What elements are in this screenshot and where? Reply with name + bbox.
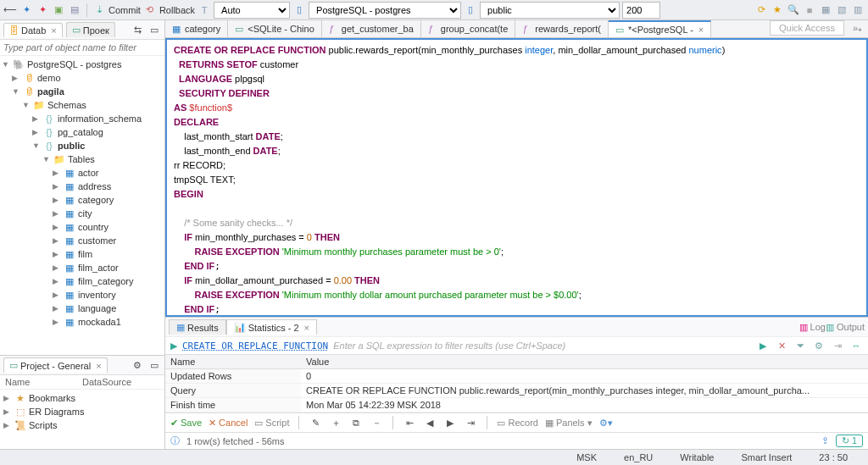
link-editor-icon[interactable]: ⇆ [131,23,144,36]
tree-table[interactable]: ▶▦mockada1 [0,315,164,329]
tree-table[interactable]: ▶▦film_category [0,274,164,288]
close-icon[interactable]: × [698,25,704,35]
clear-filter-icon[interactable]: ✕ [775,339,788,352]
tree-table[interactable]: ▶▦customer [0,234,164,247]
filter-settings-icon[interactable]: ⚙ [812,339,826,352]
tree-connection[interactable]: ▼🐘PostgreSQL - postgres [0,58,164,71]
dup-row-icon[interactable]: ⧉ [349,416,363,429]
close-icon[interactable]: × [96,361,101,371]
editor-tab[interactable]: ƒget_customer_ba [322,20,421,37]
last-page-icon[interactable]: ⇥ [464,416,477,429]
tx-mode-select[interactable]: Auto [214,2,290,19]
tree-table[interactable]: ▶▦language [0,302,164,315]
rollback-icon[interactable]: ⟲ [143,3,157,17]
log-button[interactable]: ▥Log [799,322,826,333]
more-tabs-indicator[interactable]: »₄ [846,20,868,37]
tool1-icon[interactable]: ▦ [819,3,832,17]
first-page-icon[interactable]: ⇤ [403,416,416,429]
close-icon[interactable]: × [304,323,309,333]
tree-table[interactable]: ▶▦country [0,220,164,234]
minimize-icon[interactable]: ▭ [147,23,161,36]
record-button[interactable]: ▭ Record [497,418,537,429]
next-page-icon[interactable]: ▶ [443,416,457,429]
tab-statistics[interactable]: 📊Statistics - 2× [226,319,317,335]
edit-row-icon[interactable]: ✎ [309,416,322,429]
output-button[interactable]: ▥Output [826,322,865,333]
schema-select[interactable]: public [480,2,620,19]
project-item-scripts[interactable]: ▶📜Scripts [0,418,164,432]
tree-table[interactable]: ▶▦film [0,247,164,261]
export-icon[interactable]: ⇪ [821,435,829,446]
stop-icon[interactable]: ■ [803,3,816,17]
save-button[interactable]: ✔ Save [170,418,202,429]
prev-page-icon[interactable]: ◀ [423,416,437,429]
close-icon[interactable]: × [51,25,56,36]
expand-icon[interactable]: ↔ [849,339,863,352]
gear-icon[interactable]: ⚙▾ [599,416,613,429]
plug-red-icon[interactable]: ✦ [36,3,49,17]
project-item-bookmarks[interactable]: ▶★Bookmarks [0,391,164,405]
script-button[interactable]: ▭ Script [254,418,289,429]
tab-projects[interactable]: ▭Проек [66,22,115,37]
star-icon[interactable]: ★ [771,3,784,17]
config-icon[interactable]: ⚙ [131,358,144,372]
apply-filter-icon[interactable]: ▶ [756,339,770,352]
tree-schema-pgcatalog[interactable]: ▶{}pg_catalog [0,125,164,139]
sql-recent-icon[interactable]: ▤ [68,3,81,17]
plug-icon[interactable]: ✦ [19,3,33,17]
editor-tab[interactable]: ƒrewards_report( [515,20,609,37]
tool2-icon[interactable]: ▧ [835,3,849,17]
editor-tab[interactable]: ƒgroup_concat(te [421,20,516,37]
minimize-icon[interactable]: ▭ [147,358,161,372]
editor-tab[interactable]: ▦category [165,20,228,37]
stats-row[interactable]: Finish timeMon Mar 05 14:22:39 MSK 2018 [165,398,868,412]
tree-schema-infoschema[interactable]: ▶{}information_schema [0,112,164,125]
sql-editor[interactable]: CREATE OR REPLACE FUNCTION public.reward… [165,38,868,317]
commit-button[interactable]: Commit [108,5,141,15]
cancel-button[interactable]: ✕ Cancel [209,418,248,429]
database-tree[interactable]: ▼🐘PostgreSQL - postgres ▶🛢demo ▼🛢pagila … [0,56,164,355]
tab-results[interactable]: ▦Results [169,319,226,335]
tree-db-pagila[interactable]: ▼🛢pagila [0,85,164,98]
tree-schemas[interactable]: ▼📁Schemas [0,98,164,112]
filter-expression-input[interactable]: Enter a SQL expression to filter results… [333,340,751,351]
tool3-icon[interactable]: ▥ [851,3,865,17]
tree-table[interactable]: ▶▦category [0,193,164,207]
tree-table[interactable]: ▶▦inventory [0,288,164,302]
row-count-badge[interactable]: ↻ 1 [836,435,863,447]
editor-tab[interactable]: ▭<SQLite - Chino [228,20,322,37]
panels-button[interactable]: ▦ Panels ▾ [545,418,593,429]
stats-row[interactable]: QueryCREATE OR REPLACE FUNCTION public.r… [165,384,868,398]
tree-tables-folder[interactable]: ▼📁Tables [0,152,164,166]
row-limit-input[interactable] [622,2,660,19]
col-header-name[interactable]: Name [165,355,301,368]
nav-back-icon[interactable]: ⟵ [3,3,17,17]
tree-schema-public[interactable]: ▼{}public [0,139,164,152]
tree-filter-input[interactable] [0,40,164,56]
commit-icon[interactable]: ⇣ [92,3,106,17]
add-row-icon[interactable]: ＋ [329,416,342,429]
execute-icon[interactable]: ▶ [170,340,177,352]
stats-row[interactable]: Updated Rows0 [165,369,868,384]
refresh-icon[interactable]: ⟳ [754,3,768,17]
pin-icon[interactable]: ⇥ [831,339,844,352]
tab-project-general[interactable]: ▭Project - General× [3,357,108,373]
sql-new-icon[interactable]: ▣ [52,3,65,17]
delete-row-icon[interactable]: － [370,416,383,429]
filter-history-icon[interactable]: ⏷ [793,339,807,352]
quick-access-input[interactable]: Quick Access [770,20,844,36]
tree-table[interactable]: ▶▦film_actor [0,261,164,274]
project-item-er[interactable]: ▶⬚ER Diagrams [0,405,164,418]
col-header-value[interactable]: Value [301,355,868,368]
tree-db-demo[interactable]: ▶🛢demo [0,71,164,85]
connection-select[interactable]: PostgreSQL - postgres [309,2,461,19]
find-icon[interactable]: 🔍 [787,3,800,17]
rollback-button[interactable]: Rollback [159,5,195,15]
tree-table[interactable]: ▶▦city [0,207,164,220]
tree-table[interactable]: ▶▦address [0,180,164,193]
executed-sql-link[interactable]: CREATE OR REPLACE FUNCTION [182,340,328,352]
tab-database-navigator[interactable]: 🗄Datab× [3,23,63,37]
tx-icon[interactable]: T [198,3,211,17]
tree-table[interactable]: ▶▦actor [0,166,164,180]
editor-tab-active[interactable]: ▭*<PostgreSQL - × [609,20,711,37]
